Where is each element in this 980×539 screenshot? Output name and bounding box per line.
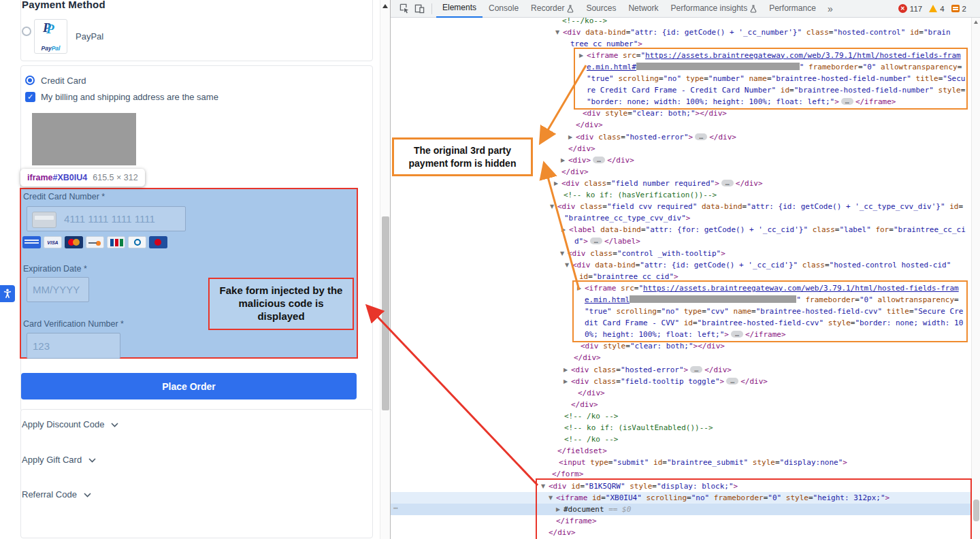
code-line[interactable]: ▶<div class="field number required">…</d… xyxy=(561,178,763,189)
code-line[interactable]: <div style="clear: both;"></div> xyxy=(581,340,725,352)
code-line[interactable]: </div> xyxy=(576,119,603,131)
scrollbar-up-arrow-icon[interactable] xyxy=(382,4,388,8)
expand-arrow-icon[interactable]: ▼ xyxy=(560,248,564,259)
code-line[interactable]: ▶<div class="hosted-error">…</div> xyxy=(576,131,736,143)
place-order-button[interactable]: Place Order xyxy=(21,373,357,399)
collapse-arrow-icon[interactable]: ▶ xyxy=(564,376,568,387)
code-line[interactable]: </form> xyxy=(552,468,583,480)
collapse-arrow-icon[interactable]: ▶ xyxy=(556,504,560,515)
code-line[interactable]: <input type="submit" id="braintree_submi… xyxy=(559,457,847,468)
code-line[interactable]: dit Card Frame - CVV" id="braintree-host… xyxy=(585,317,963,329)
code-token: = xyxy=(954,295,959,304)
page-scrollbar[interactable] xyxy=(380,0,390,539)
code-line[interactable]: </div> xyxy=(578,387,605,399)
code-line[interactable]: id="braintree cc cid"> xyxy=(579,271,679,282)
expand-arrow-icon[interactable]: ▼ xyxy=(550,201,554,212)
code-token: "0" xyxy=(768,493,781,502)
code-line[interactable]: e.min.html" frameborder="0" allowtranspa… xyxy=(585,294,959,306)
cc-number-label: Credit Card Number * xyxy=(23,192,105,201)
code-line[interactable]: ▶#document == $0 xyxy=(564,504,631,515)
collapsed-content-ellipsis-icon[interactable]: … xyxy=(721,180,734,186)
collapse-arrow-icon[interactable]: ▶ xyxy=(561,154,565,166)
code-line[interactable]: ▶<iframe src="https://assets.braintreega… xyxy=(585,282,959,294)
warnings-badge[interactable]: 4 xyxy=(929,5,944,13)
code-token: id xyxy=(592,493,601,502)
collapsed-content-ellipsis-icon[interactable]: … xyxy=(695,133,707,140)
section-toggle-apply-discount-code[interactable]: Apply Discount Code xyxy=(22,419,118,429)
code-token: for xyxy=(875,225,889,234)
collapsed-content-ellipsis-icon[interactable]: … xyxy=(690,366,702,373)
expand-arrow-icon[interactable]: ▼ xyxy=(565,259,569,271)
code-line[interactable]: ▼<div class="field cvv required" data-bi… xyxy=(557,201,963,212)
code-line[interactable]: tree_cc_number"> xyxy=(570,38,642,50)
collapsed-content-ellipsis-icon[interactable]: … xyxy=(590,238,602,244)
devtools-scrollbar[interactable] xyxy=(971,18,980,539)
code-line[interactable]: ▶<iframe src="https://assets.braintreega… xyxy=(587,50,961,61)
code-line[interactable]: <!-- /ko --> xyxy=(564,410,618,422)
device-toolbar-icon[interactable] xyxy=(412,2,426,16)
expand-arrow-icon[interactable]: ▼ xyxy=(549,492,553,504)
code-line[interactable]: ▶<div>…</div> xyxy=(568,154,634,166)
code-line[interactable]: ▼<div data-bind="attr: {id: getCode() + … xyxy=(572,259,951,271)
code-line[interactable]: ▶<div class="hosted-error">…</div> xyxy=(571,364,732,376)
accessibility-widget-button[interactable] xyxy=(0,285,15,302)
paypal-radio[interactable] xyxy=(22,27,31,36)
collapse-arrow-icon[interactable]: ▶ xyxy=(561,224,566,235)
devtools-scroll-up-icon[interactable] xyxy=(974,20,978,24)
cvv-input[interactable] xyxy=(27,333,120,359)
section-toggle-referral-code[interactable]: Referral Code xyxy=(22,489,91,500)
code-line[interactable]: ▼<div class="control _with-tooltip"> xyxy=(568,248,725,259)
code-line[interactable]: </div> xyxy=(549,527,576,538)
code-line[interactable]: </div> xyxy=(571,399,598,410)
code-line[interactable]: </div> xyxy=(561,166,589,178)
code-line[interactable]: re Credit Card Frame - Credit Card Numbe… xyxy=(587,84,965,96)
collapsed-content-ellipsis-icon[interactable]: … xyxy=(593,157,605,163)
code-line[interactable]: </div> xyxy=(574,352,601,363)
code-line[interactable]: </iframe> xyxy=(556,515,597,527)
collapsed-content-ellipsis-icon[interactable]: … xyxy=(841,98,853,105)
code-line[interactable]: <!-- ko if: (hasVerification())--> xyxy=(564,189,717,201)
code-line[interactable]: ▶<div class="field-tooltip toggle">…</di… xyxy=(571,376,768,387)
credit-card-radio[interactable] xyxy=(25,76,35,85)
gutter-ellipsis-icon[interactable]: ⋯ xyxy=(393,504,398,512)
code-line[interactable]: 0%; height: 100%; float: left;">…</ifram… xyxy=(585,329,786,340)
errors-badge[interactable]: ✕117 xyxy=(898,4,922,13)
code-token: frameborder xyxy=(808,63,858,71)
more-tabs-button[interactable]: » xyxy=(822,3,838,14)
code-line[interactable]: <!--/ko--> xyxy=(562,15,607,27)
expiration-input[interactable] xyxy=(27,277,89,302)
code-line[interactable]: </div> xyxy=(568,143,595,154)
issues-badge[interactable]: 2 xyxy=(951,5,966,13)
collapse-arrow-icon[interactable]: ▶ xyxy=(564,364,568,376)
code-line[interactable]: d">…</label> xyxy=(574,235,640,247)
collapse-arrow-icon[interactable]: ▶ xyxy=(577,282,581,294)
code-line[interactable]: ▼<div id="B1K5QRW" style="display: block… xyxy=(549,480,738,492)
billing-address-checkbox[interactable]: ✓ xyxy=(25,92,35,102)
code-line[interactable]: ▼<iframe id="XB0IU4" scrolling="no" fram… xyxy=(556,492,889,504)
code-line[interactable]: <div style="clear: both;"></div> xyxy=(583,108,727,119)
code-line[interactable]: ▶<label data-bind="attr: {for: getCode()… xyxy=(569,224,966,235)
code-line[interactable]: e.min.html#" frameborder="0" allowtransp… xyxy=(587,61,962,73)
expand-arrow-icon[interactable]: ▼ xyxy=(541,480,545,492)
code-line[interactable]: "true" scrolling="no" type="cvv" name="b… xyxy=(585,306,963,317)
code-line[interactable]: <!-- ko if: (isVaultEnabled())--> xyxy=(564,422,713,434)
section-toggle-apply-gift-card[interactable]: Apply Gift Card xyxy=(22,455,96,465)
collapsed-content-ellipsis-icon[interactable]: … xyxy=(731,331,743,338)
collapse-arrow-icon[interactable]: ▶ xyxy=(579,50,583,61)
expand-arrow-icon[interactable]: ▼ xyxy=(555,27,559,38)
page-scrollbar-thumb[interactable] xyxy=(382,216,389,410)
inspect-element-icon[interactable] xyxy=(397,2,411,16)
code-line[interactable]: </fieldset> xyxy=(557,445,607,457)
code-line[interactable]: "true" scrolling="no" type="number" name… xyxy=(587,73,965,84)
code-token: <div xyxy=(576,133,598,142)
collapse-arrow-icon[interactable]: ▶ xyxy=(554,178,558,189)
code-line[interactable]: ▼<div data-bind="attr: {id: getCode() + … xyxy=(563,27,951,38)
code-token: </div> xyxy=(549,528,576,537)
code-line[interactable]: <!-- /ko --> xyxy=(564,434,618,445)
collapse-arrow-icon[interactable]: ▶ xyxy=(568,131,572,143)
code-line[interactable]: "braintree_cc_type_cvv_div"> xyxy=(564,212,690,224)
devtools-scrollbar-thumb[interactable] xyxy=(973,500,979,521)
code-line[interactable]: "border: none; width: 100%; height: 100%… xyxy=(587,96,896,108)
collapsed-content-ellipsis-icon[interactable]: … xyxy=(726,378,738,385)
paypal-logo[interactable]: P P PayPal xyxy=(34,19,67,54)
